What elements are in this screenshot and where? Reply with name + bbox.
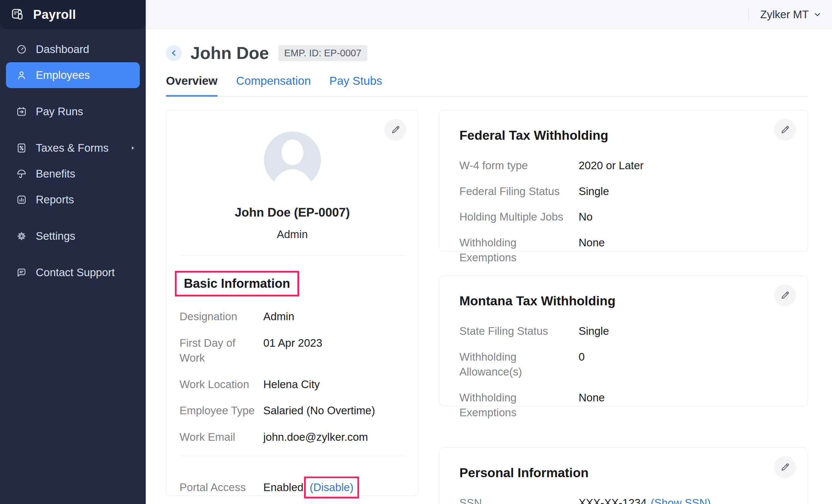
sidebar-item-label: Reports	[36, 193, 74, 206]
disable-portal-access-link[interactable]: (Disable)	[310, 480, 354, 495]
page-header: John Doe EMP. ID: EP-0007	[166, 43, 808, 63]
cards-region: John Doe (EP-0007) Admin Basic Informati…	[166, 110, 808, 504]
field-value: 01 Apr 2023	[263, 336, 322, 351]
basic-information-heading: Basic Information	[184, 276, 290, 290]
main-area: Zylker MT John Doe EMP. ID: EP-0007	[146, 0, 832, 504]
sidebar: Payroll Dashboard Employees	[0, 0, 146, 504]
benefits-icon	[16, 168, 27, 180]
edit-state-tax-button[interactable]	[774, 285, 796, 306]
field-value: Salaried (No Overtime)	[263, 403, 375, 418]
right-column: Federal Tax Withholding W-4 form type 20…	[439, 110, 808, 504]
field-label: SSN	[459, 495, 572, 504]
field-row-designation: Designation Admin	[180, 309, 405, 324]
edit-federal-tax-button[interactable]	[774, 119, 796, 141]
card-title: Federal Tax Withholding	[459, 128, 788, 143]
payroll-logo-icon	[10, 7, 26, 22]
field-label: Holding Multiple Jobs	[459, 209, 572, 224]
basic-information-fields: Designation Admin First Day of Work 01 A…	[180, 309, 405, 444]
tab-bar: Overview Compensation Pay Stubs	[166, 74, 808, 97]
field-value: 0	[579, 349, 584, 365]
left-column: John Doe (EP-0007) Admin Basic Informati…	[166, 110, 419, 496]
topbar: Zylker MT	[146, 0, 832, 29]
divider	[180, 456, 405, 456]
sidebar-item-label: Dashboard	[36, 43, 89, 56]
org-switcher[interactable]: Zylker MT	[760, 8, 822, 21]
field-value: None	[579, 390, 605, 405]
edit-profile-button[interactable]	[385, 119, 407, 141]
contact-support-icon	[16, 267, 27, 278]
employee-name: John Doe (EP-0007)	[180, 206, 405, 219]
field-label: First Day of Work	[180, 336, 257, 366]
field-label: Work Email	[180, 429, 257, 445]
sidebar-item-label: Benefits	[36, 167, 75, 180]
federal-tax-withholding-card: Federal Tax Withholding W-4 form type 20…	[439, 110, 808, 252]
field-row-withholding-exemptions: Withholding Exemptions None	[459, 235, 788, 265]
show-ssn-link[interactable]: (Show SSN)	[650, 495, 711, 504]
field-row-ssn: SSN XXX-XX-1234 (Show SSN)	[459, 495, 788, 504]
tab-pay-stubs[interactable]: Pay Stubs	[329, 74, 382, 96]
org-name: Zylker MT	[760, 8, 809, 21]
sidebar-item-taxes-forms[interactable]: Taxes & Forms	[0, 135, 146, 161]
field-row-work-location: Work Location Helena City	[180, 377, 405, 392]
field-value: Single	[579, 323, 609, 339]
sidebar-nav: Dashboard Employees	[0, 29, 146, 286]
topbar-divider	[748, 8, 749, 21]
sidebar-item-benefits[interactable]: Benefits	[0, 161, 146, 187]
sidebar-item-contact-support[interactable]: Contact Support	[0, 260, 146, 286]
content: John Doe EMP. ID: EP-0007 Overview Compe…	[146, 29, 832, 504]
field-label: Work Location	[180, 377, 257, 392]
chevron-right-icon	[129, 144, 136, 152]
sidebar-item-reports[interactable]: Reports	[0, 187, 146, 213]
field-value: Admin	[263, 309, 294, 324]
sidebar-item-settings[interactable]: Settings	[0, 223, 146, 249]
divider	[180, 255, 405, 256]
employee-profile-card: John Doe (EP-0007) Admin Basic Informati…	[166, 110, 419, 496]
sidebar-item-label: Employees	[36, 69, 90, 81]
field-label: State Filing Status	[459, 323, 572, 339]
app-logo: Payroll	[0, 0, 146, 29]
card-title: Montana Tax Withholding	[459, 294, 788, 308]
card-title: Personal Information	[459, 466, 788, 480]
sidebar-item-label: Contact Support	[36, 266, 114, 279]
sidebar-item-label: Settings	[36, 230, 75, 242]
field-value: Helena City	[263, 377, 320, 392]
field-label: W-4 form type	[459, 158, 572, 173]
field-value: john.doe@zylker.com	[263, 429, 368, 445]
montana-tax-withholding-card: Montana Tax Withholding State Filing Sta…	[439, 275, 808, 406]
field-value: 2020 or Later	[579, 158, 644, 173]
pay-runs-icon	[16, 106, 27, 117]
annotation-highlight-basic-information: Basic Information	[175, 271, 299, 296]
back-button[interactable]	[166, 45, 182, 61]
field-label: Employee Type	[180, 403, 257, 418]
page-title: John Doe	[190, 43, 269, 63]
app-window: Payroll Dashboard Employees	[0, 0, 832, 504]
field-label: Withholding Exemptions	[459, 235, 572, 265]
portal-access-row: Portal Access Enabled (Disable)	[180, 477, 405, 498]
field-value: None	[579, 235, 605, 250]
field-label: Withholding Allowance(s)	[459, 349, 572, 379]
sidebar-item-dashboard[interactable]: Dashboard	[0, 36, 146, 62]
field-label: Designation	[180, 309, 257, 324]
tab-overview[interactable]: Overview	[166, 74, 217, 96]
avatar-head-shape	[282, 139, 303, 165]
tab-compensation[interactable]: Compensation	[236, 74, 311, 96]
field-row-first-day-of-work: First Day of Work 01 Apr 2023	[180, 336, 405, 366]
dashboard-icon	[16, 44, 27, 55]
field-row-employee-type: Employee Type Salaried (No Overtime)	[180, 403, 405, 418]
personal-information-card: Personal Information SSN XXX-XX-1234 (Sh…	[439, 447, 808, 504]
sidebar-item-pay-runs[interactable]: Pay Runs	[0, 99, 146, 125]
field-row-federal-filing-status: Federal Filing Status Single	[459, 184, 788, 199]
portal-access-status: Enabled	[263, 480, 303, 495]
field-label: Federal Filing Status	[459, 184, 572, 199]
field-value: Single	[579, 184, 609, 199]
edit-personal-information-button[interactable]	[774, 456, 796, 478]
employee-id-badge: EMP. ID: EP-0007	[278, 45, 367, 61]
sidebar-item-label: Taxes & Forms	[36, 142, 109, 154]
field-label: Withholding Exemptions	[459, 390, 572, 420]
sidebar-item-employees[interactable]: Employees	[6, 62, 140, 88]
employees-icon	[16, 70, 27, 81]
sidebar-item-label: Pay Runs	[36, 105, 83, 118]
field-value: XXX-XX-1234	[579, 495, 647, 504]
state-tax-fields: State Filing Status Single Withholding A…	[459, 323, 788, 420]
field-row-withholding-exemptions: Withholding Exemptions None	[459, 390, 788, 420]
